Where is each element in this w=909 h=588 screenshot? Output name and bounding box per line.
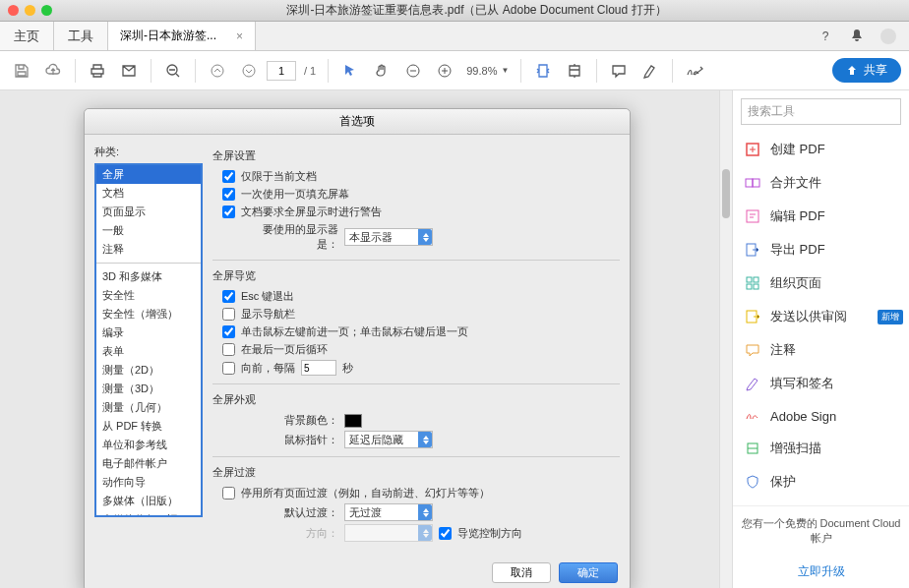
cat-item[interactable]: 安全性（增强） — [96, 305, 201, 323]
cat-item[interactable]: 电子邮件帐户 — [96, 454, 201, 473]
cat-item[interactable]: 3D 和多媒体 — [96, 267, 201, 286]
cloud-account-note: 您有一个免费的 Document Cloud 帐户 — [733, 505, 909, 556]
one-page-checkbox[interactable] — [222, 188, 235, 201]
hand-tool-icon[interactable] — [368, 57, 395, 85]
tool-edit-pdf[interactable]: 编辑 PDF — [733, 200, 909, 233]
tab-document[interactable]: 深圳-日本旅游签... × — [108, 22, 256, 50]
category-list[interactable]: 全屏 文档 页面显示 一般 注释 3D 和多媒体 安全性 安全性（增强） 编录 … — [94, 163, 203, 517]
monitor-select[interactable]: 本显示器 — [344, 228, 433, 246]
bell-icon[interactable] — [846, 26, 868, 47]
scroll-mode-icon[interactable] — [561, 57, 588, 85]
cat-item[interactable]: 单位和参考线 — [96, 436, 201, 454]
window-title: 深圳-日本旅游签证重要信息表.pdf（已从 Adobe Document Clo… — [52, 2, 901, 19]
cat-item[interactable]: 安全性 — [96, 286, 201, 305]
tab-home[interactable]: 主页 — [0, 22, 54, 50]
cloud-icon[interactable] — [39, 57, 67, 85]
cancel-button[interactable]: 取消 — [492, 562, 551, 583]
tool-combine[interactable]: 合并文件 — [733, 166, 909, 200]
bg-color-swatch[interactable] — [344, 414, 362, 428]
cat-page-display[interactable]: 页面显示 — [96, 203, 201, 221]
default-transition-select[interactable]: 无过渡 — [344, 503, 433, 521]
tool-organize[interactable]: 组织页面 — [733, 266, 909, 300]
click-nav-checkbox[interactable] — [222, 325, 235, 338]
tool-adobe-sign[interactable]: Adobe Sign — [733, 400, 909, 432]
save-icon[interactable] — [8, 57, 35, 85]
comment-tool-icon — [745, 342, 760, 358]
category-label: 种类: — [94, 145, 203, 159]
tool-comment[interactable]: 注释 — [733, 333, 909, 367]
scrollbar-thumb[interactable] — [722, 169, 730, 218]
tab-tools[interactable]: 工具 — [54, 22, 108, 50]
cat-item[interactable]: 测量（2D） — [96, 361, 201, 380]
cursor-select[interactable]: 延迟后隐藏 — [344, 431, 433, 448]
cat-item[interactable]: 测量（3D） — [96, 380, 201, 398]
organize-icon — [745, 275, 760, 291]
cat-item[interactable]: 编录 — [96, 323, 201, 342]
sign-icon[interactable] — [681, 57, 708, 85]
svg-rect-14 — [754, 284, 758, 289]
tool-create-pdf[interactable]: 创建 PDF — [733, 133, 909, 166]
only-current-doc-checkbox[interactable] — [222, 170, 235, 183]
forward-seconds-input[interactable] — [301, 360, 336, 376]
ok-button[interactable]: 确定 — [559, 562, 618, 583]
cat-item[interactable]: 表单 — [96, 342, 201, 361]
zoom-level[interactable]: 99.8%▼ — [462, 65, 513, 77]
cat-item[interactable]: 多媒体（旧版） — [96, 492, 201, 510]
cat-comment[interactable]: 注释 — [96, 240, 201, 259]
show-navbar-checkbox[interactable] — [222, 308, 235, 321]
fit-width-icon[interactable] — [529, 57, 557, 85]
page-up-icon[interactable] — [204, 57, 231, 85]
minimize-window-button[interactable] — [25, 5, 35, 16]
tool-enhance-scan[interactable]: 增强扫描 — [733, 432, 909, 465]
tab-bar: 主页 工具 深圳-日本旅游签... × ? — [0, 22, 909, 51]
combine-icon — [745, 175, 760, 191]
warn-fullscreen-checkbox[interactable] — [222, 206, 235, 218]
share-button[interactable]: 共享 — [832, 58, 901, 83]
traffic-lights — [8, 5, 52, 16]
email-icon[interactable] — [115, 57, 143, 85]
new-badge: 新增 — [878, 310, 903, 324]
cat-item[interactable]: 测量（几何） — [96, 398, 201, 417]
select-arrow-icon[interactable] — [336, 57, 364, 85]
cat-item[interactable]: 多媒体信任（旧版） — [96, 510, 201, 517]
search-tools-input[interactable]: 搜索工具 — [741, 98, 901, 125]
page-number-input[interactable] — [267, 61, 296, 81]
zoom-plus-icon[interactable] — [431, 57, 458, 85]
zoom-minus-icon[interactable] — [399, 57, 427, 85]
cat-general[interactable]: 一般 — [96, 221, 201, 240]
svg-rect-11 — [747, 277, 752, 282]
auto-forward-checkbox[interactable] — [222, 362, 235, 375]
disable-transition-checkbox[interactable] — [222, 487, 235, 500]
cat-item[interactable]: 动作向导 — [96, 473, 201, 492]
section-transition: 全屏过渡 — [212, 465, 620, 480]
loop-checkbox[interactable] — [222, 343, 235, 356]
tools-list: 创建 PDF 合并文件 编辑 PDF 导出 PDF 组织页面 发送以供审阅新增 … — [733, 133, 909, 505]
account-icon[interactable] — [878, 26, 899, 47]
page-down-icon[interactable] — [235, 57, 263, 85]
cat-fullscreen[interactable]: 全屏 — [96, 165, 201, 184]
comment-icon[interactable] — [605, 57, 633, 85]
send-review-icon — [745, 309, 760, 324]
section-setup: 全屏设置 — [212, 148, 620, 163]
adobe-sign-icon — [745, 408, 760, 424]
direction-select — [344, 524, 433, 542]
tool-send-review[interactable]: 发送以供审阅新增 — [733, 300, 909, 333]
cat-document[interactable]: 文档 — [96, 184, 201, 203]
upgrade-link[interactable]: 立即升级 — [733, 556, 909, 588]
help-icon[interactable]: ? — [815, 26, 836, 47]
highlight-icon[interactable] — [636, 57, 664, 85]
tool-export-pdf[interactable]: 导出 PDF — [733, 233, 909, 266]
tool-fill-sign[interactable]: 填写和签名 — [733, 367, 909, 400]
vertical-scrollbar[interactable] — [719, 90, 732, 588]
edit-pdf-icon — [745, 208, 760, 224]
close-window-button[interactable] — [8, 5, 19, 16]
zoom-out-icon[interactable] — [159, 57, 187, 85]
maximize-window-button[interactable] — [41, 5, 52, 16]
nav-control-direction-checkbox[interactable] — [439, 527, 452, 540]
cat-item[interactable]: 从 PDF 转换 — [96, 417, 201, 436]
tab-close-icon[interactable]: × — [236, 29, 243, 43]
print-icon[interactable] — [84, 57, 111, 85]
esc-exit-checkbox[interactable] — [222, 290, 235, 303]
section-nav: 全屏导览 — [212, 268, 620, 283]
tool-protect[interactable]: 保护 — [733, 465, 909, 499]
